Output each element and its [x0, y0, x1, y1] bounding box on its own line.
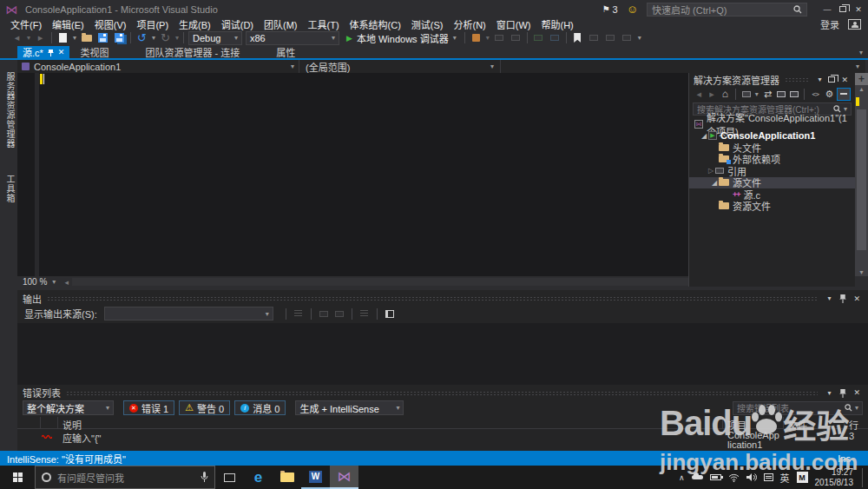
solution-explorer-titlebar[interactable]: 解决方案资源管理器 ▾ ✕ [689, 73, 855, 86]
word-button[interactable]: W [301, 466, 330, 489]
edge-button[interactable]: e [244, 466, 273, 489]
output-titlebar[interactable]: 输出 ▾ ✕ [17, 292, 868, 305]
goto-next-message-button[interactable] [333, 308, 345, 320]
window-position-chevron-icon[interactable]: ▾ [823, 389, 835, 397]
restore-button[interactable] [835, 4, 851, 15]
platform-dropdown[interactable]: x86▾ [246, 31, 339, 45]
speaker-icon[interactable] [746, 472, 757, 482]
ime-mode-icon[interactable]: M [797, 472, 808, 483]
output-content[interactable] [17, 323, 868, 385]
attach-to-process-button[interactable] [468, 30, 484, 45]
source-filter-dropdown[interactable]: 生成 + IntelliSense▾ [295, 400, 404, 415]
error-row[interactable]: 应输入"{" ConsoleApplication1 3 [17, 429, 868, 450]
pin-icon[interactable] [839, 294, 846, 303]
filter-chevron-icon[interactable]: ▾ [753, 87, 760, 102]
window-position-chevron-icon[interactable]: ▾ [823, 294, 835, 302]
view-code-icon[interactable]: <> [809, 87, 822, 102]
tab-team-explorer[interactable]: 团队资源管理器 - 连接 [136, 45, 248, 59]
configuration-dropdown[interactable]: Debug▾ [188, 31, 242, 45]
show-all-files-button[interactable] [775, 87, 786, 102]
clear-bookmarks-button[interactable] [619, 30, 635, 45]
toolbar-overflow-chevron-icon[interactable]: ▾ [635, 30, 644, 45]
save-button[interactable] [95, 30, 111, 45]
tree-item-references[interactable]: ▷ 引用 [689, 165, 855, 177]
tree-item-project[interactable]: ◢ ▶ ConsoleApplication1 [689, 130, 855, 142]
microphone-icon[interactable] [201, 472, 208, 483]
scroll-down-arrow-icon[interactable]: ▾ [855, 268, 868, 276]
close-button[interactable]: ✕ [851, 4, 866, 15]
toolbox-dock-tab[interactable]: 工具箱 [3, 175, 16, 203]
close-panel-icon[interactable]: ✕ [851, 388, 863, 397]
notifications-button[interactable]: ⚑ 3 [602, 4, 618, 15]
warnings-filter-button[interactable]: ⚠ 警告 0 [179, 400, 230, 415]
back-icon[interactable]: ◂ [694, 87, 705, 102]
user-avatar-icon[interactable] [848, 19, 861, 30]
project-scope-dropdown[interactable]: ConsoleApplication1 ▾ [17, 60, 299, 73]
properties-wrench-icon[interactable]: ⚙ [824, 87, 836, 102]
clear-all-button[interactable] [384, 308, 396, 320]
tree-item-source-c[interactable]: ++ 源.c [689, 188, 855, 201]
pin-icon[interactable] [48, 49, 54, 56]
goto-previous-message-button[interactable] [318, 308, 330, 320]
task-view-button[interactable] [215, 466, 244, 489]
editor-vertical-scrollbar[interactable]: + ▴ ▾ [855, 73, 868, 276]
server-explorer-dock-tab[interactable]: 服务器资源管理器 [3, 72, 16, 149]
sync-with-active-document-icon[interactable]: ⇄ [762, 87, 774, 102]
close-panel-icon[interactable]: ✕ [838, 76, 851, 84]
close-panel-icon[interactable]: ✕ [851, 294, 863, 303]
cortana-search-input[interactable]: 有问题尽管问我 [35, 466, 215, 489]
new-file-button[interactable] [55, 30, 71, 45]
find-in-files-button[interactable] [530, 30, 547, 45]
pin-icon[interactable] [839, 388, 846, 398]
tab-list-chevron-icon[interactable]: ▾ [859, 49, 863, 56]
wifi-icon[interactable] [728, 473, 740, 482]
split-editor-handle[interactable]: + [855, 73, 868, 85]
expander-expanded-icon[interactable]: ◢ [710, 179, 719, 187]
tray-expand-chevron-icon[interactable]: ∧ [679, 473, 685, 482]
action-center-icon[interactable] [764, 473, 773, 481]
expander-expanded-icon[interactable]: ◢ [700, 132, 708, 140]
scrollbar-thumb[interactable] [857, 109, 866, 250]
tab-source-c-active[interactable]: 源.c* ✕ [17, 46, 69, 58]
tree-item-source-files-selected[interactable]: ◢ 源文件 [689, 177, 855, 189]
show-desktop-divider[interactable] [862, 468, 863, 487]
preview-selected-items-toggle[interactable] [837, 88, 851, 101]
output-source-dropdown[interactable]: ▾ [104, 307, 273, 320]
error-list-titlebar[interactable]: 错误列表 ▾ ✕ [17, 387, 868, 399]
step-over-button[interactable] [491, 30, 508, 45]
tree-item-external-dependencies[interactable]: 外部依赖项 [689, 154, 855, 166]
messages-filter-button[interactable]: i 消息 0 [234, 400, 286, 415]
onedrive-icon[interactable] [692, 475, 703, 479]
home-icon[interactable]: ⌂ [719, 87, 731, 102]
navigate-back-chevron-icon[interactable]: ▾ [25, 30, 32, 45]
ime-language-indicator[interactable]: 英 [780, 471, 790, 485]
visual-studio-taskbar-button[interactable]: ⋈ [330, 466, 358, 489]
undo-button[interactable]: ↺ [134, 30, 150, 45]
feedback-smiley-icon[interactable]: ☺ [627, 3, 638, 16]
scope-filter-dropdown[interactable]: 整个解决方案▾ [23, 400, 114, 415]
tab-class-view[interactable]: 类视图 [69, 45, 117, 59]
expander-collapsed-icon[interactable]: ▷ [707, 167, 715, 175]
undo-chevron-icon[interactable]: ▾ [150, 30, 157, 45]
file-explorer-button[interactable] [273, 466, 301, 489]
chevron-down-icon[interactable]: ▾ [484, 30, 491, 45]
quick-launch-input[interactable]: 快速启动 (Ctrl+Q) [647, 3, 807, 17]
tab-close-icon[interactable]: ✕ [58, 48, 65, 56]
minimize-button[interactable]: — [819, 4, 835, 15]
zoom-dropdown[interactable]: 100 % ▾ [17, 276, 61, 287]
new-file-chevron-icon[interactable]: ▾ [71, 30, 78, 45]
word-wrap-button[interactable] [358, 308, 371, 320]
type-scope-dropdown[interactable]: (全局范围) ▾ [299, 60, 501, 73]
next-bookmark-button[interactable] [602, 30, 619, 45]
tree-item-solution[interactable]: ⋈ 解决方案"ConsoleApplication1"(1 个项目) [689, 118, 855, 130]
clock[interactable]: 19:27 2015/8/13 [815, 467, 854, 488]
save-all-button[interactable] [111, 30, 128, 45]
redo-button[interactable]: ↻ [157, 30, 174, 45]
errors-filter-button[interactable]: ✕ 错误 1 [123, 400, 174, 415]
collapse-all-button[interactable] [740, 87, 752, 102]
scroll-up-arrow-icon[interactable]: ▴ [855, 85, 868, 94]
start-button[interactable] [0, 466, 35, 489]
member-scope-dropdown[interactable]: ▾ [501, 60, 865, 73]
previous-bookmark-button[interactable] [586, 30, 602, 45]
battery-icon[interactable] [710, 474, 721, 480]
